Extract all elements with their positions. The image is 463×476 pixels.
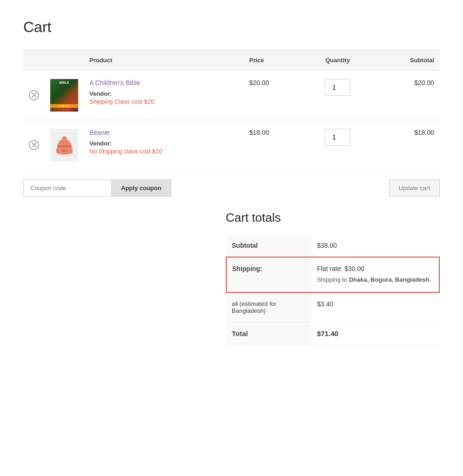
cart-totals-section: Cart totals Subtotal $38.00 Shipping: Fl… bbox=[23, 211, 440, 345]
totals-table: Subtotal $38.00 Shipping: Flat rate: $30… bbox=[226, 234, 440, 345]
subtotal-value: $38.00 bbox=[311, 234, 439, 257]
totals-subtotal-row: Subtotal $38.00 bbox=[226, 234, 439, 257]
coupon-input[interactable] bbox=[23, 179, 112, 197]
shipping-to-label: Shipping to bbox=[317, 276, 347, 283]
cart-totals-box: Cart totals Subtotal $38.00 Shipping: Fl… bbox=[226, 211, 440, 345]
totals-tax-row: all (estimated for Bangladesh) $3.40 bbox=[226, 292, 439, 322]
shipping-to-text: Shipping to Dhaka, Bogura, Bangladesh. bbox=[317, 275, 433, 284]
cart-table: Product Price Quantity Subtotal ✕ BIBLE … bbox=[23, 50, 440, 170]
shipping-note-1: Shipping Class cost $20 bbox=[89, 98, 238, 105]
product-thumbnail-beanie bbox=[50, 129, 78, 161]
beanie-icon bbox=[54, 133, 75, 157]
cart-totals-title: Cart totals bbox=[226, 211, 440, 225]
price-2: $18.00 bbox=[244, 120, 303, 170]
remove-item-button[interactable]: ✕ bbox=[29, 90, 39, 100]
product-link-bible[interactable]: A Children's Bible bbox=[89, 79, 140, 86]
shipping-note-2: No Shipping class cost $10 bbox=[89, 148, 238, 155]
shipping-value: Flat rate: $30.00 Shipping to Dhaka, Bog… bbox=[311, 257, 439, 292]
update-cart-button[interactable]: Update cart bbox=[389, 179, 440, 197]
col-quantity: Quantity bbox=[303, 50, 373, 71]
subtotal-label: Subtotal bbox=[226, 234, 311, 257]
price-1: $20.00 bbox=[244, 71, 303, 120]
col-price: Price bbox=[244, 50, 303, 71]
quantity-input-1[interactable] bbox=[325, 79, 350, 96]
col-subtotal: Subtotal bbox=[373, 50, 440, 71]
total-label: Total bbox=[226, 322, 311, 345]
remove-item-button[interactable]: ✕ bbox=[29, 140, 39, 150]
subtotal-1: $20.00 bbox=[373, 71, 440, 120]
totals-total-row: Total $71.40 bbox=[226, 322, 439, 345]
shipping-location: Dhaka, Bogura, Bangladesh. bbox=[349, 276, 431, 283]
vendor-label-1: Vendor: bbox=[89, 90, 238, 97]
col-product: Product bbox=[84, 50, 244, 71]
quantity-input-2[interactable] bbox=[325, 129, 350, 145]
tax-value: $3.40 bbox=[311, 292, 439, 322]
coupon-row: Apply coupon Update cart bbox=[23, 179, 440, 197]
totals-shipping-row: Shipping: Flat rate: $30.00 Shipping to … bbox=[226, 257, 439, 292]
page-title: Cart bbox=[23, 19, 440, 36]
product-thumbnail-bible: BIBLE A NOVEL bbox=[50, 79, 78, 112]
table-row: ✕ BIBLE A NOVEL A Children's Bible Vendo… bbox=[23, 71, 440, 120]
apply-coupon-button[interactable]: Apply coupon bbox=[111, 179, 171, 197]
vendor-label-2: Vendor: bbox=[89, 140, 238, 147]
product-link-beanie[interactable]: Beanie bbox=[89, 129, 110, 136]
subtotal-2: $18.00 bbox=[373, 120, 440, 170]
shipping-rate-text: Flat rate: $30.00 bbox=[317, 265, 364, 272]
table-row: ✕ bbox=[23, 120, 440, 170]
shipping-label: Shipping: bbox=[226, 257, 311, 292]
tax-label: all (estimated for Bangladesh) bbox=[226, 292, 311, 322]
coupon-left: Apply coupon bbox=[23, 179, 171, 197]
svg-rect-4 bbox=[62, 149, 64, 151]
total-value: $71.40 bbox=[311, 322, 439, 345]
svg-point-2 bbox=[62, 136, 67, 141]
